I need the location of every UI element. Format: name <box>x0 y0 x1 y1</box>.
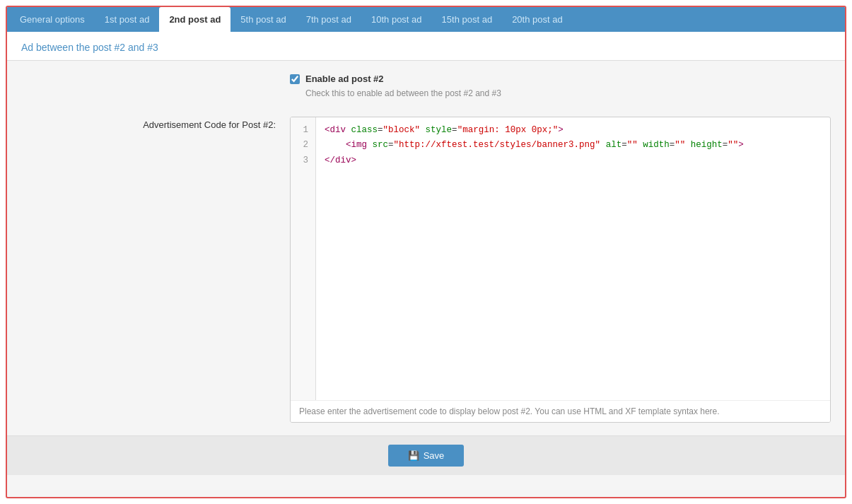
enable-ad-field: Enable ad post #2 Check this to enable a… <box>290 74 831 98</box>
content-area: Enable ad post #2 Check this to enable a… <box>7 61 845 435</box>
tab-bar: General options 1st post ad 2nd post ad … <box>7 7 845 32</box>
save-icon: 💾 <box>408 450 419 461</box>
save-button[interactable]: 💾 Save <box>388 445 465 467</box>
line-numbers: 1 2 3 <box>291 117 316 400</box>
code-editor-container: 1 2 3 <div class="block" style="margin: … <box>290 117 831 423</box>
main-container: General options 1st post ad 2nd post ad … <box>6 6 846 498</box>
enable-ad-description: Check this to enable ad between the post… <box>305 88 831 98</box>
tab-20th-post-ad[interactable]: 20th post ad <box>502 7 573 32</box>
code-content[interactable]: <div class="block" style="margin: 10px 0… <box>316 117 830 400</box>
enable-ad-checkbox[interactable] <box>290 74 300 84</box>
advertisement-code-label: Advertisement Code for Post #2: <box>21 117 290 130</box>
tab-1st-post-ad[interactable]: 1st post ad <box>95 7 160 32</box>
advertisement-code-row: Advertisement Code for Post #2: 1 2 3 <d… <box>7 104 845 435</box>
tab-5th-post-ad[interactable]: 5th post ad <box>230 7 296 32</box>
tab-15th-post-ad[interactable]: 15th post ad <box>432 7 503 32</box>
checkbox-section: Enable ad post #2 Check this to enable a… <box>7 61 845 104</box>
tab-2nd-post-ad[interactable]: 2nd post ad <box>159 7 230 32</box>
save-row: 💾 Save <box>7 435 845 475</box>
enable-ad-label: Enable ad post #2 <box>305 74 384 84</box>
tab-7th-post-ad[interactable]: 7th post ad <box>296 7 361 32</box>
code-editor[interactable]: 1 2 3 <div class="block" style="margin: … <box>291 117 830 400</box>
section-heading: Ad between the post #2 and #3 <box>7 32 845 61</box>
tab-general-options[interactable]: General options <box>10 7 95 32</box>
code-hint: Please enter the advertisement code to d… <box>291 400 830 422</box>
save-label: Save <box>424 450 445 461</box>
advertisement-code-field: 1 2 3 <div class="block" style="margin: … <box>290 117 831 423</box>
tab-10th-post-ad[interactable]: 10th post ad <box>361 7 432 32</box>
